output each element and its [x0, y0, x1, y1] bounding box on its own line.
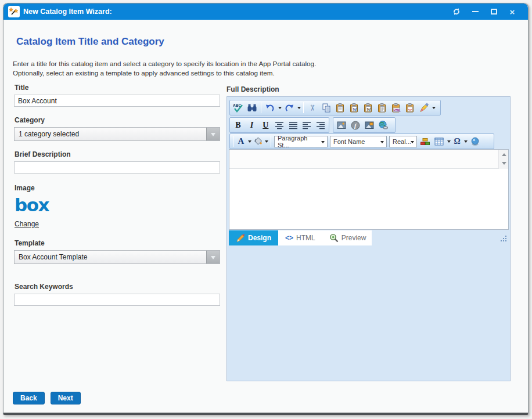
category-dropdown[interactable]: 1 category selected [14, 127, 220, 141]
format-stripper-button[interactable] [417, 101, 431, 114]
insert-symbol-button[interactable]: Ω [451, 135, 463, 148]
undo-button[interactable] [263, 101, 277, 114]
title-input[interactable] [14, 95, 220, 107]
align-center-button[interactable] [272, 118, 286, 132]
refresh-button[interactable] [451, 6, 462, 17]
maximize-button[interactable] [488, 6, 499, 17]
paste-from-word-icon: W [349, 103, 360, 113]
title-label: Title [15, 84, 220, 92]
paste-button[interactable] [333, 101, 347, 114]
foreground-color-button[interactable]: A [235, 135, 247, 148]
font-name-value: Font Name [333, 138, 365, 145]
tab-html[interactable]: <> HTML [278, 230, 322, 245]
paste-html-button[interactable]: <> [403, 101, 417, 114]
resize-grip-icon [500, 235, 507, 242]
paragraph-style-dropdown[interactable]: Paragraph St... [274, 136, 328, 147]
bold-icon: B [235, 121, 240, 130]
paste-as-html-button[interactable]: HTML [389, 101, 403, 114]
editor-toolbar-row-3: A Paragraph St... Font Name Real... [229, 133, 494, 149]
change-image-link[interactable]: Change [15, 220, 39, 228]
description-line-1: Enter a title for this catalog item and … [13, 59, 316, 68]
paste-icon [335, 103, 346, 113]
redo-button[interactable] [282, 101, 296, 114]
template-dropdown-arrow-icon[interactable] [206, 251, 220, 263]
toolbar-separator [261, 102, 261, 113]
foreground-color-dropdown-caret[interactable] [247, 135, 252, 148]
align-left-button[interactable] [300, 118, 314, 132]
spellcheck-button[interactable]: ABC [231, 101, 245, 114]
redo-dropdown-caret[interactable] [296, 101, 301, 114]
format-stripper-icon [419, 103, 429, 113]
brief-description-label: Brief Description [15, 150, 220, 158]
background-color-button[interactable] [252, 135, 264, 148]
svg-text:HTML: HTML [394, 109, 401, 111]
toolbar-separator [233, 136, 233, 147]
minimize-button[interactable] [470, 6, 480, 17]
paste-from-word-no-font-button[interactable]: W [361, 101, 375, 114]
close-icon: × [510, 8, 515, 16]
cut-button[interactable]: ✂ [305, 101, 319, 114]
scroll-down-button[interactable] [499, 159, 509, 168]
titlebar: New Catalog Item Wizard: × [3, 3, 528, 20]
hyperlink-manager-button[interactable] [376, 118, 390, 132]
justify-button[interactable] [286, 118, 300, 132]
foreground-color-icon: A [238, 136, 245, 146]
image-manager-button[interactable] [335, 118, 348, 132]
window-title: New Catalog Item Wizard: [23, 8, 112, 16]
italic-button[interactable]: I [245, 118, 259, 132]
help-icon [470, 136, 480, 147]
media-manager-icon [364, 120, 375, 131]
font-name-dropdown[interactable]: Font Name [330, 136, 387, 147]
background-color-dropdown-caret[interactable] [264, 135, 269, 148]
preview-magnifier-icon [329, 233, 339, 243]
editor-first-line[interactable] [229, 150, 508, 169]
undo-icon [265, 103, 275, 113]
scroll-up-button[interactable] [499, 150, 509, 159]
tab-preview-label: Preview [342, 234, 366, 242]
brief-description-input[interactable] [14, 161, 220, 174]
category-dropdown-arrow-icon[interactable] [206, 128, 220, 140]
format-stripper-dropdown-caret[interactable] [431, 101, 436, 114]
font-size-value: Real... [393, 138, 411, 145]
template-dropdown[interactable]: Box Account Template [14, 250, 220, 264]
justify-icon [289, 121, 298, 130]
paste-from-word-no-font-icon: W [363, 103, 373, 113]
image-label: Image [15, 184, 220, 192]
copy-button[interactable] [319, 101, 333, 114]
paste-plain-text-button[interactable] [375, 101, 389, 114]
refresh-icon [452, 8, 461, 16]
undo-dropdown-caret[interactable] [277, 101, 282, 114]
page-description: Enter a title for this catalog item and … [13, 59, 316, 78]
insert-snippet-button[interactable] [418, 135, 432, 148]
paste-from-word-button[interactable]: W [347, 101, 361, 114]
find-button[interactable] [245, 101, 259, 114]
next-button[interactable]: Next [51, 392, 81, 404]
help-button[interactable] [468, 135, 482, 148]
underline-button[interactable]: U [258, 118, 272, 132]
insert-table-icon [434, 136, 444, 147]
insert-table-button[interactable] [432, 135, 446, 148]
toolbar-separator [303, 102, 304, 113]
editor-content-area[interactable] [229, 149, 509, 230]
insert-symbol-dropdown-caret[interactable] [463, 135, 468, 148]
flash-manager-button[interactable]: f [348, 118, 362, 132]
copy-icon [321, 103, 332, 113]
media-manager-button[interactable] [362, 118, 376, 132]
close-button[interactable]: × [507, 6, 517, 17]
tab-design[interactable]: Design [229, 230, 278, 245]
align-right-button[interactable] [314, 118, 328, 132]
bold-button[interactable]: B [231, 118, 245, 132]
left-form-column: Title Category 1 category selected Brief… [14, 84, 220, 306]
wizard-content: Catalog Item Title and Category Enter a … [3, 20, 528, 413]
tab-preview[interactable]: Preview [322, 230, 373, 245]
editor-resize-grip[interactable] [500, 234, 507, 244]
insert-table-dropdown-caret[interactable] [446, 135, 451, 148]
editor-scrollbar[interactable] [498, 150, 508, 169]
back-button[interactable]: Back [13, 392, 45, 404]
maximize-icon [491, 9, 497, 15]
search-keywords-input[interactable] [14, 294, 220, 306]
background-color-icon [253, 136, 263, 146]
editor-mode-tabstrip: Design <> HTML Preview [229, 230, 372, 245]
page-title: Catalog Item Title and Category [16, 36, 164, 48]
font-size-dropdown[interactable]: Real... [389, 136, 417, 147]
